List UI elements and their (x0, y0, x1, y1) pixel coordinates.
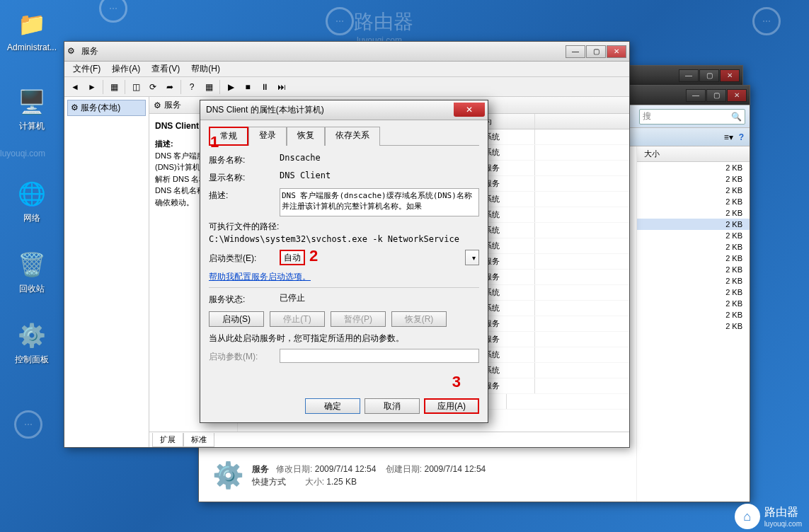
menu-action[interactable]: 操作(A) (106, 62, 146, 76)
desktop-icon-administrator[interactable]: 📁 Administrat... (7, 7, 57, 52)
param-label: 启动参数(M): (209, 349, 280, 363)
tree-item-local[interactable]: ⚙ 服务(本地) (67, 100, 146, 116)
param-input[interactable] (280, 349, 479, 363)
minimize-button[interactable]: — (679, 69, 699, 82)
menu-view[interactable]: 查看(V) (146, 62, 185, 76)
menubar: 文件(F) 操作(A) 查看(V) 帮助(H) (64, 62, 629, 77)
minimize-button[interactable]: — (566, 45, 585, 58)
service-name-value: Dnscache (280, 153, 479, 163)
restart-button[interactable]: ⏭ (274, 79, 289, 95)
list-item[interactable]: 2 KB (637, 298, 750, 309)
tab-standard[interactable]: 标准 (183, 433, 214, 447)
list-item[interactable]: 2 KB (637, 275, 750, 287)
help-button[interactable]: ? (184, 79, 200, 95)
computer-icon: 🖥️ (15, 85, 49, 119)
stop-button[interactable]: 停止(T) (270, 311, 325, 327)
size-cell: 2 KB (637, 299, 750, 308)
chevron-down-icon: ▾ (472, 254, 476, 262)
toolbar: ◄ ► ▦ ◫ ⟳ ➦ ? ▦ ▶ ■ ⏸ ⏭ (64, 77, 629, 97)
ok-button[interactable]: 确定 (305, 398, 360, 414)
list-item[interactable]: 2 KB (637, 162, 750, 173)
list-item[interactable]: 2 KB (637, 287, 750, 298)
maximize-button[interactable]: ▢ (586, 45, 606, 58)
corner-watermark: ⌂ 路由器 luyouqi.com (735, 504, 802, 529)
tab-extended[interactable]: 扩展 (152, 433, 183, 447)
network-icon: 🌐 (15, 177, 49, 211)
menu-help[interactable]: 帮助(H) (185, 62, 226, 76)
view-button[interactable]: ≡▾ (724, 132, 733, 142)
resume-button[interactable]: 恢复(R) (391, 311, 447, 327)
desktop-icon-recycle[interactable]: 🗑️ 回收站 (7, 248, 57, 295)
close-button[interactable]: ✕ (727, 89, 747, 102)
menu-file[interactable]: 文件(F) (67, 62, 106, 76)
folder-user-icon: 📁 (15, 7, 49, 41)
help-link[interactable]: 帮助我配置服务启动选项。 (209, 271, 311, 283)
startup-type-select[interactable]: 自动 (280, 250, 305, 265)
refresh-button[interactable]: ⟳ (145, 79, 161, 95)
size-cell: 2 KB (637, 321, 750, 331)
back-button[interactable]: ◄ (67, 79, 83, 95)
list-item[interactable]: 2 KB (637, 173, 750, 185)
column-size[interactable]: 大小 (637, 146, 750, 161)
file-name: 服务 (252, 464, 269, 474)
size-cell: 2 KB (637, 208, 750, 218)
exe-path-value: C:\Windows\system32\svchost.exe -k Netwo… (209, 234, 459, 244)
annotation-3: 3 (452, 373, 461, 391)
list-item[interactable]: 2 KB (637, 320, 750, 332)
window-titlebar[interactable]: ⚙ 服务 — ▢ ✕ (64, 42, 629, 62)
list-item[interactable]: 2 KB (637, 196, 750, 207)
list-item[interactable]: 2 KB (637, 264, 750, 275)
apply-button[interactable]: 应用(A) (424, 398, 479, 414)
close-button[interactable]: ✕ (720, 69, 740, 82)
tab-logon[interactable]: 登录 (248, 127, 287, 146)
display-name-value: DNS Client (280, 170, 479, 180)
properties-dialog[interactable]: DNS Client 的属性(本地计算机) ✕ 常规 登录 恢复 依存关系 1 … (200, 100, 488, 423)
window-title: 服务 (81, 45, 566, 57)
toolbar-button[interactable]: ◫ (128, 79, 144, 95)
maximize-button[interactable]: ▢ (699, 69, 719, 82)
forward-button[interactable]: ► (84, 79, 100, 95)
desktop-icon-control-panel[interactable]: ⚙️ 控制面板 (7, 318, 57, 366)
list-item[interactable]: 2 KB (637, 219, 750, 230)
size-cell: 2 KB (637, 276, 750, 286)
pause-button[interactable]: 暂停(P) (331, 311, 386, 327)
watermark: ⋯ (752, 7, 781, 35)
view-tabs: 扩展 标准 (149, 432, 629, 447)
minimize-button[interactable]: — (686, 89, 706, 102)
close-button[interactable]: ✕ (454, 103, 485, 117)
description-text[interactable]: DNS 客户端服务(dnscache)缓存域名系统(DNS)名称并注册该计算机的… (280, 188, 479, 216)
export-button[interactable]: ➦ (162, 79, 178, 95)
search-input[interactable]: 搜 🔍 (639, 109, 745, 125)
start-button[interactable]: 启动(S) (209, 311, 264, 327)
dialog-title: DNS Client 的属性(本地计算机) (206, 104, 324, 116)
list-item[interactable]: 2 KB (637, 309, 750, 320)
stop-button[interactable]: ■ (240, 79, 256, 95)
file-create-date: 2009/7/14 12:54 (424, 464, 486, 474)
play-button[interactable]: ▶ (223, 79, 239, 95)
file-info-bar: ⚙️ 服务 修改日期: 2009/7/14 12:54 创建日期: 2009/7… (211, 458, 486, 492)
cancel-button[interactable]: 取消 (365, 398, 420, 414)
desktop-icon-computer[interactable]: 🖥️ 计算机 (7, 85, 57, 132)
tab-dependencies[interactable]: 依存关系 (325, 127, 380, 146)
help-button[interactable]: ? (739, 132, 744, 142)
dialog-titlebar[interactable]: DNS Client 的属性(本地计算机) ✕ (200, 100, 488, 120)
size-cell: 2 KB (637, 242, 750, 252)
list-item[interactable]: 2 KB (637, 253, 750, 264)
pause-button[interactable]: ⏸ (257, 79, 272, 95)
desktop-icon-network[interactable]: 🌐 网络 (7, 177, 57, 224)
toolbar-button[interactable]: ▦ (201, 79, 217, 95)
toolbar-button[interactable]: ▦ (106, 79, 122, 95)
maximize-button[interactable]: ▢ (706, 89, 726, 102)
list-item[interactable]: 2 KB (637, 241, 750, 253)
list-item[interactable]: 2 KB (637, 185, 750, 196)
exe-path-label: 可执行文件的路径: (209, 221, 279, 233)
list-item[interactable]: 2 KB (637, 230, 750, 241)
file-size: 1.25 KB (326, 477, 357, 487)
tab-recovery[interactable]: 恢复 (287, 127, 325, 146)
services-tree: ⚙ 服务(本地) (64, 97, 149, 447)
service-name-label: 服务名称: (209, 153, 280, 166)
watermark: luyouqi.com (0, 149, 45, 158)
list-item[interactable]: 2 KB (637, 207, 750, 219)
close-button[interactable]: ✕ (607, 45, 626, 58)
watermark: ⋯路由器 luyouqi.com (326, 7, 413, 45)
